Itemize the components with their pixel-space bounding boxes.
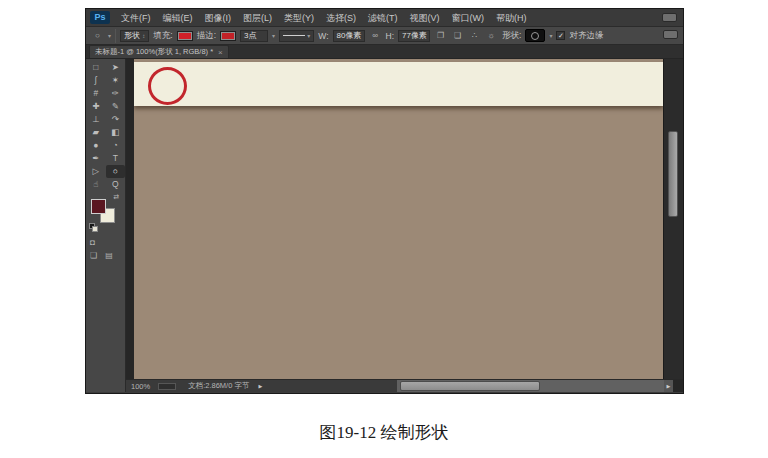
lasso-tool-icon[interactable]: ʃ	[86, 74, 106, 87]
menu-bar: Ps 文件(F) 编辑(E) 图像(I) 图层(L) 类型(Y) 选择(S) 滤…	[86, 9, 683, 27]
stroke-style-preview	[283, 35, 305, 36]
shape-width-field[interactable]: 80像素	[333, 30, 365, 42]
horizontal-scrollbar[interactable]	[396, 380, 664, 392]
document-tab-title: 未标题-1 @ 100%(形状 1, RGB/8) *	[95, 47, 213, 57]
shape-caret-icon[interactable]: ▾	[549, 32, 552, 39]
quick-mask-row: ◘	[86, 238, 125, 248]
status-flyout-icon[interactable]: ▶	[258, 383, 262, 389]
photoshop-window: Ps 文件(F) 编辑(E) 图像(I) 图层(L) 类型(Y) 选择(S) 滤…	[85, 8, 684, 394]
shape-thumbnail[interactable]	[525, 29, 545, 42]
eyedropper-tool-icon[interactable]: ✑	[106, 87, 126, 100]
crop-tool-icon[interactable]: #	[86, 87, 106, 100]
stroke-width-caret-icon[interactable]: ▾	[272, 32, 275, 39]
tab-close-icon[interactable]: ×	[218, 48, 223, 57]
height-label: H:	[386, 31, 395, 41]
stroke-width-field[interactable]: 3点	[240, 30, 268, 42]
rectangular-marquee-tool-icon[interactable]: □	[86, 61, 106, 74]
document-tab[interactable]: 未标题-1 @ 100%(形状 1, RGB/8) * ×	[89, 45, 229, 58]
workspace-button[interactable]	[662, 13, 677, 22]
document-band[interactable]	[134, 62, 663, 106]
swap-colors-icon[interactable]: ⇄	[113, 193, 119, 200]
menu-item-filter[interactable]: 滤镜(T)	[362, 10, 404, 26]
path-alignment-button[interactable]: ❏	[451, 29, 464, 42]
panel-extra-button[interactable]: ▤	[105, 251, 113, 261]
eraser-tool-icon[interactable]: ▰	[86, 126, 106, 139]
menu-item-window[interactable]: 窗口(W)	[446, 10, 491, 26]
menu-item-view[interactable]: 视图(V)	[404, 10, 446, 26]
history-brush-tool-icon[interactable]: ↷	[106, 113, 126, 126]
tools-panel: □ ➤ ʃ ✶ # ✑ ✚ ✎ ⊥ ↷ ▰ ◧ ● ◔ ✒ T ▷	[86, 59, 126, 392]
vertical-scrollbar[interactable]	[663, 59, 683, 379]
shape-label: 形状:	[502, 30, 521, 42]
tool-preset-caret-icon[interactable]: ▾	[108, 32, 111, 39]
options-bar: ○ ▾ 形状 ↕ 填充: 描边: 3点 ▾ ▾ W: 80像素 ∞ H: 77像…	[86, 27, 683, 45]
ps-logo-icon: Ps	[90, 11, 110, 24]
color-swatches: ⇄	[86, 193, 125, 235]
page: Ps 文件(F) 编辑(E) 图像(I) 图层(L) 类型(Y) 选择(S) 滤…	[0, 0, 768, 458]
foreground-color-swatch[interactable]	[91, 199, 106, 214]
stroke-style-caret-icon: ▾	[307, 31, 310, 41]
fill-color-swatch[interactable]	[177, 31, 193, 41]
default-colors-icon[interactable]	[89, 223, 98, 232]
menu-item-type[interactable]: 类型(Y)	[278, 10, 320, 26]
stroke-color-swatch[interactable]	[220, 31, 236, 41]
blur-tool-icon[interactable]: ●	[86, 139, 106, 152]
quick-mask-button[interactable]: ◘	[90, 238, 95, 248]
brush-tool-icon[interactable]: ✎	[106, 100, 126, 113]
options-separator	[115, 29, 116, 43]
type-tool-icon[interactable]: T	[106, 152, 126, 165]
tool-preset-icon[interactable]: ○	[91, 29, 104, 42]
horizontal-scrollbar-thumb[interactable]	[400, 381, 540, 391]
gradient-tool-icon[interactable]: ◧	[106, 126, 126, 139]
fill-label: 填充:	[153, 30, 172, 42]
tool-mode-value: 形状	[124, 31, 140, 41]
link-dimensions-icon[interactable]: ∞	[369, 29, 382, 42]
status-left: 100% 文档:2.86M/0 字节 ▶	[126, 381, 396, 391]
align-edges-label: 对齐边缘	[569, 30, 603, 42]
canvas-area: 100% 文档:2.86M/0 字节 ▶ ▶	[126, 59, 683, 392]
tab-row: 未标题-1 @ 100%(形状 1, RGB/8) * ×	[86, 45, 683, 59]
width-label: W:	[318, 31, 328, 41]
path-selection-tool-icon[interactable]: ▷	[86, 165, 106, 178]
menu-item-image[interactable]: 图像(I)	[199, 10, 238, 26]
content: □ ➤ ʃ ✶ # ✑ ✚ ✎ ⊥ ↷ ▰ ◧ ● ◔ ✒ T ▷	[86, 59, 683, 392]
move-tool-icon[interactable]: ➤	[106, 61, 126, 74]
ellipse-tool-icon[interactable]: ○	[106, 165, 126, 178]
resize-grip[interactable]	[673, 380, 683, 392]
stroke-label: 描边:	[197, 30, 216, 42]
dodge-tool-icon[interactable]: ◔	[106, 139, 126, 152]
tool-mode-spinner-icon: ↕	[142, 31, 145, 41]
clone-stamp-tool-icon[interactable]: ⊥	[86, 113, 106, 126]
scrollbar-arrow-icon[interactable]: ▶	[664, 380, 673, 392]
tools-grid: □ ➤ ʃ ✶ # ✑ ✚ ✎ ⊥ ↷ ▰ ◧ ● ◔ ✒ T ▷	[86, 61, 125, 191]
menu-item-file[interactable]: 文件(F)	[115, 10, 157, 26]
status-box	[158, 383, 176, 390]
stroke-style-button[interactable]: ▾	[279, 30, 314, 42]
magic-wand-tool-icon[interactable]: ✶	[106, 74, 126, 87]
document-size-info: 文档:2.86M/0 字节	[188, 381, 249, 391]
figure-caption: 图19-12 绘制形状	[0, 421, 768, 444]
align-edges-checkbox[interactable]: ✓	[556, 31, 565, 40]
menu-item-layer[interactable]: 图层(L)	[237, 10, 278, 26]
gear-icon[interactable]: ☼	[485, 29, 498, 42]
drawn-ellipse-shape[interactable]	[148, 67, 187, 105]
tool-mode-select[interactable]: 形状 ↕	[120, 30, 149, 42]
zoom-level-field[interactable]: 100%	[131, 382, 150, 391]
path-operations-button[interactable]: ❐	[434, 29, 447, 42]
healing-brush-tool-icon[interactable]: ✚	[86, 100, 106, 113]
pen-tool-icon[interactable]: ✒	[86, 152, 106, 165]
screen-mode-row: ❏ ▤	[86, 251, 125, 261]
ellipse-preview-icon	[531, 32, 539, 40]
menu-item-help[interactable]: 帮助(H)	[490, 10, 533, 26]
zoom-tool-icon[interactable]: Q	[106, 178, 126, 191]
menu-item-select[interactable]: 选择(S)	[320, 10, 362, 26]
document-canvas[interactable]	[134, 59, 663, 379]
menu-item-edit[interactable]: 编辑(E)	[157, 10, 199, 26]
panel-collapse-button[interactable]	[663, 30, 678, 39]
shape-height-field[interactable]: 77像素	[398, 30, 430, 42]
vertical-scrollbar-thumb[interactable]	[668, 131, 678, 217]
status-bar: 100% 文档:2.86M/0 字节 ▶ ▶	[126, 379, 683, 392]
hand-tool-icon[interactable]: ☝	[86, 178, 106, 191]
screen-mode-button[interactable]: ❏	[90, 251, 97, 261]
path-arrange-button[interactable]: ∴	[468, 29, 481, 42]
